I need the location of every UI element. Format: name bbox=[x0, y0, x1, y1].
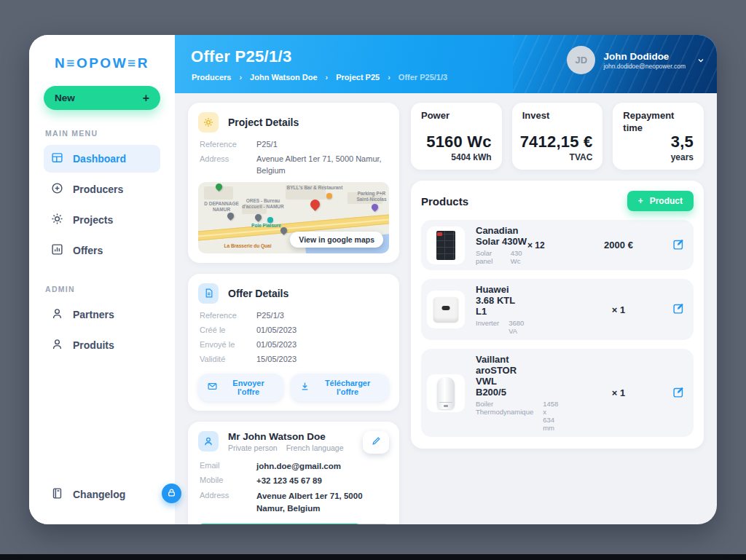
created-label: Créé le bbox=[200, 325, 256, 336]
view-in-google-maps-button[interactable]: View in google maps bbox=[290, 232, 383, 248]
map-pin-orange bbox=[326, 193, 332, 199]
person-icon bbox=[51, 338, 63, 352]
sidebar-item-label: Offers bbox=[73, 245, 103, 256]
edit-product-button[interactable] bbox=[659, 238, 685, 253]
product-type: Solar panel bbox=[476, 249, 501, 265]
avatar: JD bbox=[567, 46, 595, 74]
left-column: Project Details Reference P25/1 Address … bbox=[188, 103, 399, 513]
sidebar-item-label: Projects bbox=[73, 214, 113, 226]
offer-details-card: Offer Details ReferenceP25/1/3 Créé le01… bbox=[188, 274, 399, 411]
stat-sub: TVAC bbox=[520, 152, 593, 162]
stat-label: Invest bbox=[522, 110, 588, 122]
stats-row: Power 5160 Wc 5404 kWh Invest 7412,15 € … bbox=[411, 103, 704, 170]
new-button-label: New bbox=[55, 92, 75, 103]
mobile-label: Mobile bbox=[200, 475, 256, 487]
product-type: Boiler Thermodynamique bbox=[476, 400, 533, 432]
breadcrumb-john-watson-doe[interactable]: John Watson Doe bbox=[250, 73, 317, 82]
contact-card: Mr John Watson Doe Private person French… bbox=[188, 422, 399, 524]
sidebar-item-changelog[interactable]: Changelog bbox=[44, 481, 160, 508]
map-pin-purple bbox=[370, 202, 380, 212]
plus-icon: + bbox=[143, 92, 149, 105]
neopower-logo: N≡OPOW≡R bbox=[44, 55, 160, 71]
product-type: Inverter bbox=[476, 319, 499, 335]
edit-icon bbox=[672, 386, 685, 401]
breadcrumb-project-p25[interactable]: Project P25 bbox=[336, 73, 380, 82]
product-name: Huawei 3.68 KTL L1 bbox=[476, 284, 527, 317]
screen-bottom-edge bbox=[0, 554, 746, 560]
stat-label: Repayment time bbox=[623, 110, 688, 135]
map-label-depannage: D DEPANNAGE NAMUR bbox=[200, 201, 243, 213]
power-stat-card: Power 5160 Wc 5404 kWh bbox=[411, 103, 502, 170]
products-card: Products + Product Canadian Solar 430W S… bbox=[411, 181, 704, 449]
address-label: Address bbox=[200, 490, 256, 514]
sent-label: Envoyé le bbox=[200, 339, 256, 351]
chevron-right-icon: › bbox=[326, 73, 329, 82]
product-quantity: × 12 bbox=[527, 240, 578, 251]
stat-sub: years bbox=[671, 152, 694, 162]
edit-product-button[interactable] bbox=[659, 302, 685, 317]
validity-label: Validité bbox=[200, 354, 256, 366]
send-offer-button[interactable]: Envoyer l'offre bbox=[198, 374, 283, 401]
new-button[interactable]: New + bbox=[44, 86, 160, 110]
product-quantity: × 1 bbox=[578, 304, 659, 315]
product-spec: 1458 x 634 mm bbox=[543, 400, 558, 432]
map-pin-teal bbox=[267, 217, 273, 223]
email-label: Email bbox=[200, 460, 256, 473]
sidebar: N≡OPOW≡R New + MAIN MENU Dashboard Produ… bbox=[29, 35, 175, 524]
right-column: Power 5160 Wc 5404 kWh Invest 7412,15 € … bbox=[411, 103, 704, 513]
main-menu-label: MAIN MENU bbox=[45, 129, 159, 138]
sidebar-item-producers[interactable]: Producers bbox=[44, 176, 160, 203]
chevron-right-icon: › bbox=[388, 73, 390, 82]
lock-icon bbox=[167, 488, 176, 500]
contact-type: Private person bbox=[228, 443, 278, 452]
download-offer-button[interactable]: Télécharger l'offre bbox=[291, 374, 389, 401]
sidebar-item-projects[interactable]: Projects bbox=[44, 206, 160, 234]
person-icon bbox=[51, 307, 63, 322]
user-name: John Dodidoe bbox=[603, 50, 686, 63]
sidebar-item-offers[interactable]: Offers bbox=[44, 237, 160, 264]
product-price: 2000 € bbox=[578, 240, 659, 251]
stat-value: 3,5 bbox=[671, 133, 694, 151]
product-row-vaillant-boiler: Vaillant aroSTOR VWL B200/5 Boiler Therm… bbox=[421, 349, 694, 437]
progress-fill: 85% bbox=[198, 524, 361, 524]
sidebar-item-partners[interactable]: Partners bbox=[44, 301, 160, 328]
lock-button[interactable] bbox=[162, 484, 181, 503]
main-area: Offer P25/1/3 Producers › John Watson Do… bbox=[175, 35, 717, 524]
product-spec: 3680 VA bbox=[509, 319, 527, 335]
download-offer-label: Télécharger l'offre bbox=[315, 379, 380, 396]
add-product-button[interactable]: + Product bbox=[627, 191, 694, 211]
sidebar-item-dashboard[interactable]: Dashboard bbox=[44, 145, 160, 173]
solar-panel-image bbox=[427, 226, 465, 264]
sidebar-item-produits[interactable]: Produits bbox=[44, 331, 160, 359]
sent-value: 01/05/2023 bbox=[256, 339, 388, 351]
edit-product-button[interactable] bbox=[659, 386, 685, 401]
products-title: Products bbox=[421, 195, 468, 208]
breadcrumb-producers[interactable]: Producers bbox=[192, 73, 231, 82]
product-name: Vaillant aroSTOR VWL B200/5 bbox=[476, 354, 527, 398]
product-name: Canadian Solar 430W bbox=[476, 225, 527, 247]
sidebar-item-label: Partners bbox=[73, 309, 114, 320]
edit-contact-button[interactable] bbox=[363, 431, 389, 454]
product-spec: 430 Wc bbox=[511, 249, 527, 265]
reference-value: P25/1/3 bbox=[256, 310, 388, 322]
bar-chart-icon bbox=[51, 243, 63, 258]
user-menu[interactable]: JD John Dodidoe john.dodidoe@neopower.co… bbox=[567, 46, 705, 74]
address-label: Address bbox=[200, 154, 256, 177]
map-label-brasserie: La Brasserie du Quai bbox=[219, 243, 277, 249]
add-product-label: Product bbox=[650, 196, 683, 206]
pencil-icon bbox=[372, 436, 381, 448]
completion-progress-bar: 85% bbox=[198, 524, 389, 524]
map-label-pole: Pole Plaisure bbox=[246, 223, 286, 229]
reference-label: Reference bbox=[200, 310, 256, 322]
mobile-value: +32 123 45 67 89 bbox=[256, 475, 388, 487]
circle-plus-icon bbox=[51, 182, 63, 197]
app-window: N≡OPOW≡R New + MAIN MENU Dashboard Produ… bbox=[29, 35, 717, 524]
offer-details-title: Offer Details bbox=[228, 288, 288, 299]
sidebar-item-label: Producers bbox=[73, 184, 123, 195]
stat-label: Power bbox=[421, 110, 487, 122]
book-icon bbox=[51, 487, 63, 502]
product-row-canadian-solar: Canadian Solar 430W Solar panel 430 Wc ×… bbox=[421, 220, 694, 270]
chevron-down-icon bbox=[696, 56, 705, 65]
user-email: john.dodidoe@neopower.com bbox=[603, 63, 686, 70]
envelope-icon bbox=[208, 382, 217, 393]
